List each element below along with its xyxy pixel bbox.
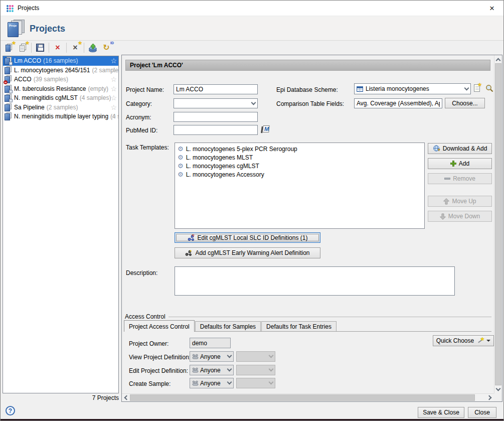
project-owner-field[interactable] bbox=[190, 338, 231, 348]
project-list-item[interactable]: L. monocytogenes 2645/151 (2 samples) ☆ bbox=[3, 66, 118, 75]
favorite-star-icon[interactable]: ☆ bbox=[110, 75, 117, 83]
favorite-star-icon[interactable]: ☆ bbox=[110, 112, 117, 120]
duplicate-project-button[interactable]: ★ bbox=[17, 42, 29, 53]
project-name-input[interactable] bbox=[174, 84, 258, 94]
favorite-star-icon[interactable]: ☆ bbox=[110, 57, 117, 65]
cgmlst-alert-icon: ★ bbox=[185, 249, 192, 256]
delete-dark-icon: × bbox=[73, 44, 77, 52]
pubmed-icon[interactable]: M bbox=[261, 125, 270, 133]
view-definition-secondary-combobox[interactable] bbox=[236, 351, 275, 362]
project-list-item[interactable]: Lm ACCO (16 samples) ☆ bbox=[3, 56, 118, 66]
epi-scheme-label: Epi Database Scheme: bbox=[276, 86, 338, 93]
favorite-star-icon[interactable]: ☆ bbox=[110, 66, 117, 74]
project-icon bbox=[5, 112, 12, 120]
access-control-label: Access Control bbox=[125, 313, 165, 320]
create-sample-secondary-combobox[interactable] bbox=[236, 378, 275, 388]
save-button[interactable] bbox=[34, 42, 46, 53]
task-template-item[interactable]: ⚙ L. monocytogenes Accessory bbox=[178, 170, 422, 179]
project-list-item[interactable]: N. meningitidis multiple layer typing (4… bbox=[3, 112, 118, 121]
scroll-down-arrow[interactable] bbox=[494, 385, 502, 393]
project-list: Lm ACCO (16 samples) ☆ L. monocytogenes … bbox=[3, 56, 119, 393]
edit-definition-combobox[interactable]: Anyone bbox=[190, 365, 234, 375]
horizontal-scrollbar[interactable] bbox=[122, 393, 494, 401]
new-project-button[interactable]: ★ bbox=[3, 42, 15, 53]
horizontal-scroll-thumb[interactable] bbox=[130, 394, 475, 401]
delete-project-button[interactable]: × bbox=[52, 42, 64, 53]
sync-id-button[interactable]: ↻ ID bbox=[100, 42, 112, 53]
add-template-button[interactable]: Add bbox=[428, 158, 492, 169]
save-and-close-button[interactable]: Save & Close bbox=[418, 407, 464, 418]
favorite-star-icon[interactable]: ☆ bbox=[110, 103, 117, 111]
description-textarea[interactable] bbox=[175, 266, 455, 296]
edit-definition-secondary-combobox[interactable] bbox=[236, 365, 275, 375]
project-list-item[interactable]: N. meningitidis cgMLST (4 samples) ☆ bbox=[3, 93, 118, 103]
acronym-label: Acronym: bbox=[126, 114, 151, 121]
comparison-fields-value[interactable] bbox=[354, 98, 442, 108]
vertical-scrollbar[interactable] bbox=[494, 55, 502, 393]
tab-project-access-control[interactable]: Project Access Control bbox=[124, 320, 195, 332]
quick-choose-button[interactable]: Quick Choose ★ bbox=[433, 335, 494, 346]
create-sample-combobox[interactable]: Anyone bbox=[190, 378, 234, 388]
people-icon bbox=[192, 380, 199, 386]
download-add-button[interactable]: Download & Add bbox=[428, 143, 492, 154]
window-title: Projects bbox=[18, 5, 39, 12]
app-logo-icon bbox=[7, 5, 14, 12]
vertical-scroll-thumb[interactable] bbox=[495, 63, 501, 385]
toolbar: ★ ★ × × ★ ↻ ID bbox=[1, 41, 503, 54]
projects-book-icon: Proje bbox=[7, 20, 27, 38]
scroll-left-arrow[interactable] bbox=[122, 394, 130, 401]
plus-icon bbox=[450, 161, 456, 167]
pubmed-input[interactable] bbox=[174, 125, 258, 135]
project-icon bbox=[5, 57, 12, 65]
toolbar-separator bbox=[66, 43, 67, 53]
favorite-star-icon[interactable]: ☆ bbox=[110, 85, 117, 93]
task-templates-list[interactable]: ⚙ L. monocytogenes 5-plex PCR Serogroup … bbox=[175, 143, 425, 229]
projects-window: Projects × Proje Projects ★ ★ × × ★ bbox=[0, 0, 504, 421]
cgmlst-nodes-icon: ID bbox=[188, 234, 195, 241]
help-button[interactable]: ? bbox=[6, 406, 15, 415]
task-template-item[interactable]: ⚙ L. monocytogenes MLST bbox=[178, 153, 422, 162]
tab-defaults-for-samples[interactable]: Defaults for Samples bbox=[195, 321, 261, 331]
remove-template-button[interactable]: Remove bbox=[428, 173, 492, 184]
project-list-item[interactable]: M. tuberculosis Resistance (empty) ☆ bbox=[3, 84, 118, 94]
task-template-icon: ⚙ bbox=[178, 146, 184, 153]
edit-slc-definitions-button[interactable]: ID Edit cgMLST Local SLC ID Definitions … bbox=[175, 232, 320, 243]
view-definition-label: View Project Definition: bbox=[129, 354, 191, 361]
move-up-button[interactable]: Move Up bbox=[428, 196, 492, 207]
close-button[interactable]: Close bbox=[468, 407, 496, 418]
sync-icon: ↻ bbox=[103, 44, 109, 52]
panel-title: Project 'Lm ACCO' bbox=[125, 60, 490, 71]
task-templates-label: Task Templates: bbox=[126, 144, 169, 151]
save-icon bbox=[36, 44, 44, 52]
project-detail-panel: Project 'Lm ACCO' Project Name: Category… bbox=[121, 55, 502, 402]
add-early-warning-button[interactable]: ★ Add cgMLST Early Warning Alert Definit… bbox=[175, 247, 320, 258]
project-list-item[interactable]: Sa Pipeline (2 samples) ☆ bbox=[3, 103, 118, 112]
view-scheme-magnifier-icon[interactable] bbox=[485, 84, 494, 93]
delete-icon: × bbox=[55, 44, 60, 52]
task-template-icon: ⚙ bbox=[178, 171, 184, 178]
view-definition-combobox[interactable]: Anyone bbox=[190, 351, 234, 362]
choose-fields-button[interactable]: Choose... bbox=[445, 98, 485, 108]
delete-special-button[interactable]: × ★ bbox=[69, 42, 81, 53]
people-icon bbox=[192, 354, 199, 359]
project-list-item[interactable]: ACCO (39 samples) ☆ bbox=[3, 75, 118, 84]
toolbar-separator bbox=[84, 43, 84, 53]
acronym-input[interactable] bbox=[174, 112, 258, 122]
window-close-button[interactable]: × bbox=[480, 1, 503, 16]
project-icon bbox=[5, 66, 12, 74]
move-down-button[interactable]: Move Down bbox=[428, 211, 492, 222]
title-bar: Projects × bbox=[1, 1, 503, 16]
tab-defaults-for-task-entries[interactable]: Defaults for Task Entries bbox=[261, 321, 337, 331]
task-template-item[interactable]: ⚙ L. monocytogenes 5-plex PCR Serogroup bbox=[178, 145, 422, 153]
new-scheme-icon[interactable]: ★ bbox=[474, 84, 481, 92]
dropdown-arrow-icon bbox=[486, 340, 490, 342]
scroll-up-arrow[interactable] bbox=[494, 55, 502, 63]
scroll-right-arrow[interactable] bbox=[486, 394, 494, 401]
project-count-label: 7 Projects bbox=[3, 394, 119, 401]
database-upload-button[interactable] bbox=[87, 42, 99, 53]
favorite-star-icon[interactable]: ☆ bbox=[110, 94, 117, 102]
task-template-item[interactable]: ⚙ L. monocytogenes cgMLST bbox=[178, 162, 422, 170]
category-combobox[interactable] bbox=[174, 98, 258, 108]
toolbar-separator bbox=[31, 43, 32, 53]
epi-scheme-combobox[interactable]: Listeria monocytogenes bbox=[354, 83, 471, 94]
